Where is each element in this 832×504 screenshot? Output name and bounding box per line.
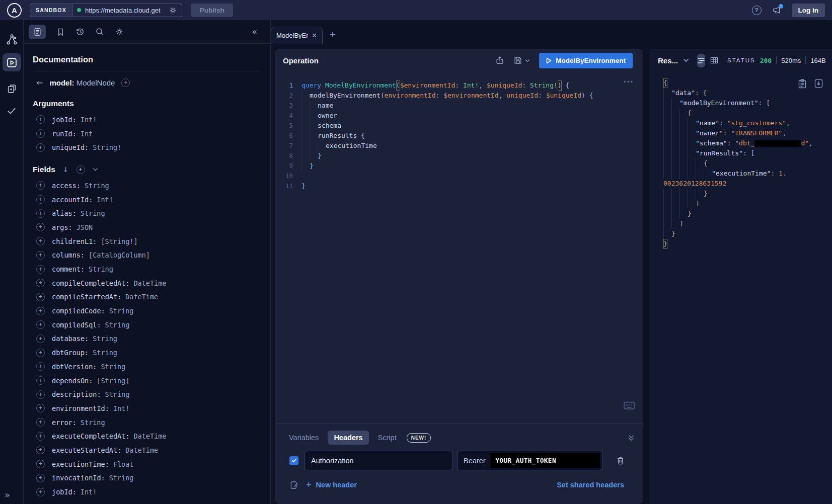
add-field-icon[interactable]: + <box>36 446 45 454</box>
field-type[interactable]: String <box>109 307 134 315</box>
field-type[interactable]: String <box>89 265 113 273</box>
field-type[interactable]: String <box>109 474 134 482</box>
sort-fields-icon[interactable]: ↓ <box>63 165 69 174</box>
field-type[interactable]: Int <box>81 130 93 138</box>
announcements-icon[interactable] <box>772 6 782 15</box>
field-type[interactable]: String <box>93 334 117 343</box>
field-type[interactable]: Int! <box>81 116 97 124</box>
response-format-table-button[interactable] <box>710 54 718 67</box>
add-field-icon[interactable]: + <box>36 418 45 427</box>
add-field-icon[interactable]: + <box>36 237 45 245</box>
add-field-icon[interactable]: + <box>36 129 45 138</box>
response-dropdown-chevron-icon[interactable] <box>683 58 689 62</box>
field-type[interactable]: String <box>105 390 130 398</box>
field-row[interactable]: +alias:String <box>33 206 260 220</box>
header-enabled-checkbox[interactable] <box>289 456 298 465</box>
add-field-icon[interactable]: + <box>36 320 45 329</box>
add-fields-button[interactable]: + <box>77 165 85 174</box>
publish-button[interactable]: Publish <box>191 4 233 17</box>
add-field-icon[interactable]: + <box>36 390 45 399</box>
field-type[interactable]: Float <box>113 460 134 468</box>
new-header-button[interactable]: + New header <box>306 480 357 490</box>
add-field-icon[interactable]: + <box>36 279 45 287</box>
field-row[interactable]: +database:String <box>33 332 260 346</box>
add-field-icon[interactable]: + <box>36 223 45 231</box>
operation-tab[interactable]: ModelByEnvi... ✕ <box>271 27 323 44</box>
field-type[interactable]: Int! <box>81 488 97 496</box>
add-field-icon[interactable]: + <box>36 195 45 204</box>
save-operation-group[interactable] <box>513 56 530 65</box>
field-type[interactable]: [CatalogColumn] <box>89 251 150 259</box>
field-type[interactable]: String <box>81 418 105 427</box>
tab-headers[interactable]: Headers <box>328 431 368 445</box>
tab-script[interactable]: Script <box>372 431 403 445</box>
field-row[interactable]: +args:JSON <box>33 220 260 234</box>
field-row[interactable]: +executeStartedAt:DateTime <box>33 443 260 457</box>
add-all-fields-button[interactable]: + <box>121 78 130 87</box>
connection-settings-gear-icon[interactable] <box>169 6 177 15</box>
history-button[interactable] <box>75 27 85 36</box>
field-type[interactable]: String <box>101 363 125 371</box>
close-tab-icon[interactable]: ✕ <box>312 32 317 39</box>
field-row[interactable]: +compileStartedAt:DateTime <box>33 290 260 304</box>
field-row[interactable]: +error:String <box>33 415 260 430</box>
add-field-icon[interactable]: + <box>36 474 45 482</box>
field-row[interactable]: +executionTime:Float <box>33 457 260 471</box>
header-name-input[interactable]: Authorization <box>305 451 453 470</box>
run-operation-button[interactable]: ModelByEnvironment <box>539 53 633 68</box>
collapse-panel-icon[interactable] <box>628 435 635 441</box>
set-shared-headers-link[interactable]: Set shared headers <box>557 481 624 489</box>
response-title[interactable]: Res... <box>658 56 678 65</box>
copy-response-button[interactable] <box>798 79 806 89</box>
add-field-icon[interactable]: + <box>36 307 45 315</box>
field-row[interactable]: +access:String <box>33 179 260 193</box>
sidebar-item-operations[interactable] <box>3 79 21 98</box>
back-arrow-icon[interactable]: ← <box>36 78 43 88</box>
add-field-icon[interactable]: + <box>36 251 45 260</box>
field-row[interactable]: +dbtVersion:String <box>33 360 260 374</box>
field-row[interactable]: +comment:String <box>33 262 260 276</box>
field-type[interactable]: DateTime <box>133 279 166 287</box>
field-row[interactable]: +jobId:Int! <box>33 485 260 499</box>
operation-editor[interactable]: ••• 1query ModelByEnvironment($environme… <box>275 72 643 423</box>
save-menu-chevron-icon[interactable] <box>525 59 530 62</box>
download-response-button[interactable] <box>814 79 823 89</box>
add-field-icon[interactable]: + <box>36 143 45 152</box>
add-field-icon[interactable]: + <box>36 293 45 301</box>
argument-row[interactable]: +jobId:Int! <box>33 113 260 127</box>
field-row[interactable]: +childrenL1:[String!] <box>33 234 260 248</box>
add-field-icon[interactable]: + <box>36 362 45 371</box>
argument-row[interactable]: +runId:Int <box>33 127 260 141</box>
field-row[interactable]: +executeCompletedAt:DateTime <box>33 429 260 443</box>
sidebar-item-schema[interactable] <box>3 30 21 48</box>
argument-row[interactable]: +uniqueId:String! <box>33 140 260 154</box>
field-type[interactable]: DateTime <box>125 293 158 301</box>
response-format-list-button[interactable] <box>697 54 705 67</box>
collapse-docs-icon[interactable]: « <box>252 27 257 37</box>
add-field-icon[interactable]: + <box>36 460 45 468</box>
documentation-tab-button[interactable] <box>29 25 46 39</box>
field-row[interactable]: +columns:[CatalogColumn] <box>33 248 260 263</box>
new-tab-button[interactable]: + <box>330 29 336 41</box>
field-row[interactable]: +description:String <box>33 387 260 401</box>
header-value-input[interactable]: Bearer YOUR_AUTH_TOKEN <box>457 451 603 470</box>
explorer-settings-button[interactable] <box>115 27 124 36</box>
field-type[interactable]: Int! <box>113 404 130 412</box>
field-type[interactable]: DateTime <box>125 446 158 454</box>
sidebar-item-explorer[interactable] <box>3 53 21 71</box>
login-button[interactable]: Log in <box>792 4 825 17</box>
add-field-icon[interactable]: + <box>36 334 45 343</box>
editor-overflow-menu[interactable]: ••• <box>624 78 634 86</box>
field-type[interactable]: String <box>81 209 105 217</box>
field-type[interactable]: JSON <box>77 223 93 231</box>
add-field-icon[interactable]: + <box>36 376 45 385</box>
delete-header-button[interactable] <box>616 456 625 465</box>
add-field-icon[interactable]: + <box>36 404 45 412</box>
share-operation-button[interactable] <box>495 56 504 65</box>
keyboard-shortcuts-icon[interactable] <box>624 401 635 410</box>
field-type[interactable]: String <box>93 349 117 357</box>
tab-variables[interactable]: Variables <box>283 431 325 445</box>
field-row[interactable]: +environmentId:Int! <box>33 401 260 415</box>
field-row[interactable]: +compiledSql:String <box>33 318 260 332</box>
bookmarks-button[interactable] <box>56 28 65 36</box>
